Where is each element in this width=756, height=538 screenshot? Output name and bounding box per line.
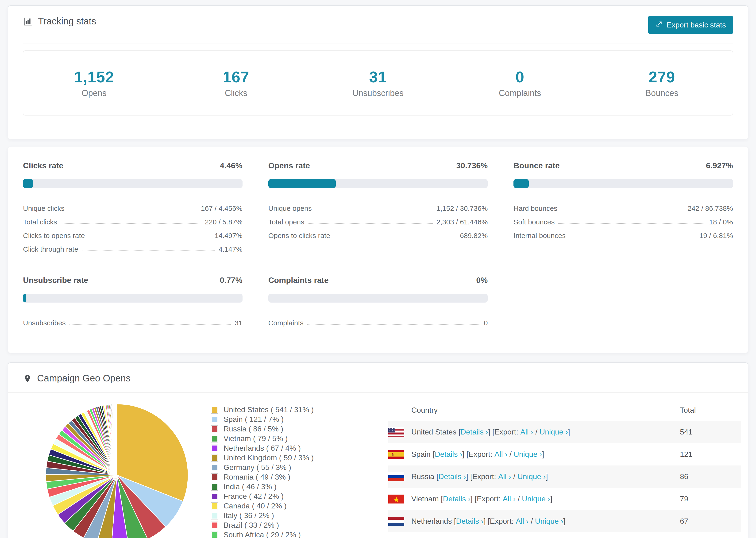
export-all-link[interactable]: All › [516, 517, 529, 525]
total-cell: 121 [680, 450, 741, 459]
legend-item[interactable]: Canada ( 40 / 2% ) [211, 501, 375, 511]
rate-header: Clicks rate4.46% [23, 161, 243, 170]
legend-label: Russia ( 86 / 5% ) [224, 425, 283, 433]
rate-row-value: 1,152 / 30.736% [436, 204, 488, 212]
pie-slice [117, 404, 117, 475]
legend-item[interactable]: Vietnam ( 79 / 5% ) [211, 434, 375, 443]
rates-card: Clicks rate4.46%Unique clicks167 / 4.456… [8, 147, 748, 353]
legend-item[interactable]: United States ( 541 / 31% ) [211, 405, 375, 414]
country-name: Vietnam [411, 495, 439, 503]
rate-row-value: 0 [484, 319, 488, 327]
export-basic-stats-button[interactable]: Export basic stats [648, 16, 733, 34]
dotted-leader [561, 210, 684, 210]
rate-value: 30.736% [456, 161, 488, 170]
rate-row: Unique opens1,152 / 30.736% [268, 199, 488, 212]
rate-title: Clicks rate [23, 161, 63, 170]
legend-item[interactable]: Romania ( 49 / 3% ) [211, 472, 375, 482]
legend-color-swatch [211, 521, 218, 529]
rate-row: Unique clicks167 / 4.456% [23, 199, 243, 212]
legend-item[interactable]: Brazil ( 33 / 2% ) [211, 520, 375, 530]
legend-label: United Kingdom ( 59 / 3% ) [224, 454, 314, 462]
legend-item[interactable]: United Kingdom ( 59 / 3% ) [211, 453, 375, 463]
legend-item[interactable]: South Africa ( 29 / 2% ) [211, 530, 375, 538]
rate-header: Complaints rate0% [268, 276, 488, 285]
pie-legend: United States ( 541 / 31% )Spain ( 121 /… [211, 399, 375, 538]
export-unique-link[interactable]: Unique › [522, 495, 550, 503]
legend-color-swatch [211, 483, 218, 491]
legend-label: Germany ( 55 / 3% ) [224, 463, 291, 472]
details-link[interactable]: Details › [439, 472, 466, 481]
stat-counter-value: 279 [649, 68, 675, 86]
us-flag-icon [388, 428, 404, 437]
legend-label: Canada ( 40 / 2% ) [224, 502, 287, 510]
rate-row: Internal bounces19 / 6.81% [513, 226, 733, 240]
bracket: [ [431, 450, 435, 459]
rate-title: Complaints rate [268, 276, 329, 285]
country-cell: Vietnam [Details ›] [Export: All › / Uni… [388, 495, 680, 504]
export-all-link[interactable]: All › [495, 450, 507, 459]
rate-row-label: Click through rate [23, 245, 78, 253]
export-all-link[interactable]: All › [503, 495, 515, 503]
stat-counter-value: 0 [515, 68, 524, 86]
rate-rows: Unique opens1,152 / 30.736%Total opens2,… [268, 199, 488, 240]
rate-progress-track [268, 179, 488, 188]
rate-value: 4.46% [220, 161, 242, 170]
stat-counter-cell: 279Bounces [591, 51, 733, 115]
details-link[interactable]: Details › [435, 450, 462, 459]
country-name: Russia [411, 472, 434, 481]
dotted-leader [70, 324, 231, 325]
legend-label: India ( 46 / 3% ) [224, 482, 277, 491]
legend-color-swatch [211, 406, 218, 413]
export-unique-link[interactable]: Unique › [535, 517, 563, 525]
tracking-stats-title: Tracking stats [23, 16, 96, 27]
legend-item[interactable]: India ( 46 / 3% ) [211, 482, 375, 492]
rate-row: Unsubscribes31 [23, 313, 243, 327]
rate-rows: Unique clicks167 / 4.456%Total clicks220… [23, 199, 243, 253]
export-all-link[interactable]: All › [498, 472, 511, 481]
legend-item[interactable]: Germany ( 55 / 3% ) [211, 463, 375, 472]
rate-row-label: Total opens [268, 218, 304, 226]
export-unique-link[interactable]: Unique › [514, 450, 542, 459]
dotted-leader [61, 223, 201, 224]
legend-label: South Africa ( 29 / 2% ) [224, 530, 301, 538]
country-cell: Netherlands [Details ›] [Export: All › /… [388, 517, 680, 526]
legend-color-swatch [211, 531, 218, 538]
legend-item[interactable]: France ( 42 / 2% ) [211, 492, 375, 501]
rate-row-value: 31 [235, 319, 242, 327]
separator: / [533, 428, 540, 436]
legend-item[interactable]: Netherlands ( 67 / 4% ) [211, 443, 375, 453]
rate-row: Total clicks220 / 5.87% [23, 212, 243, 226]
geo-title-wrap: Campaign Geo Opens [23, 373, 131, 384]
rate-progress-fill [268, 179, 336, 188]
table-row: Spain [Details ›] [Export: All › / Uniqu… [388, 443, 741, 465]
legend-item[interactable]: Russia ( 86 / 5% ) [211, 424, 375, 434]
export-unique-link[interactable]: Unique › [540, 428, 568, 436]
rate-row-label: Complaints [268, 319, 303, 327]
stat-counter-value: 31 [369, 68, 387, 86]
details-link[interactable]: Details › [460, 428, 488, 436]
stat-counter-label: Opens [82, 88, 107, 98]
bracket: ] [Export: [488, 428, 520, 436]
rate-row: Click through rate4.147% [23, 240, 243, 253]
bracket: ] [568, 428, 570, 436]
rate-value: 0.77% [220, 276, 242, 285]
details-link[interactable]: Details › [456, 517, 483, 525]
legend-color-swatch [211, 464, 218, 471]
bracket: ] [Export: [462, 450, 495, 459]
dotted-leader [334, 237, 456, 237]
details-link[interactable]: Details › [443, 495, 470, 503]
legend-color-swatch [211, 425, 218, 433]
legend-item[interactable]: Spain ( 121 / 7% ) [211, 414, 375, 424]
total-cell: 79 [680, 495, 741, 503]
geo-table: Country Total United States [Details ›] … [388, 399, 741, 538]
separator: / [507, 450, 514, 459]
rate-header: Unsubscribe rate0.77% [23, 276, 243, 285]
table-row: Russia [Details ›] [Export: All › / Uniq… [388, 465, 741, 488]
export-all-link[interactable]: All › [520, 428, 533, 436]
legend-label: Netherlands ( 67 / 4% ) [224, 444, 301, 453]
export-unique-link[interactable]: Unique › [517, 472, 546, 481]
rate-row-label: Opens to clicks rate [268, 232, 330, 240]
legend-label: Italy ( 36 / 2% ) [224, 511, 274, 520]
legend-item[interactable]: Italy ( 36 / 2% ) [211, 511, 375, 520]
bar-chart-icon [23, 17, 33, 26]
